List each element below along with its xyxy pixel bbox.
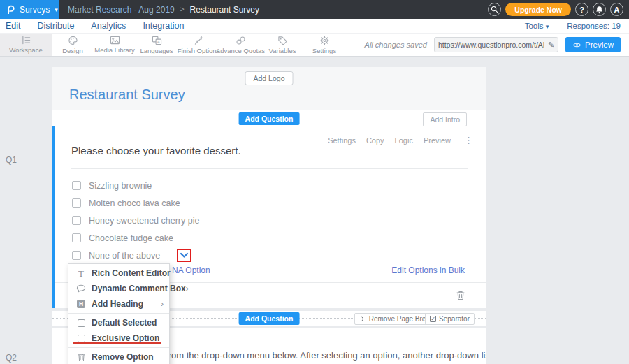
- palette-icon: [68, 36, 78, 45]
- edit-options-in-bulk-link[interactable]: Edit Options in Bulk: [391, 265, 465, 275]
- answer-option-row: Molten choco lava cake: [72, 194, 199, 212]
- comment-bubble-icon: [76, 284, 86, 293]
- product-label: Surveys: [20, 5, 50, 15]
- breadcrumb-current: Restaurant Survey: [190, 5, 259, 15]
- toolbar-item-design[interactable]: Design: [52, 34, 94, 56]
- account-avatar[interactable]: A: [610, 3, 623, 16]
- checkbox-icon: [78, 335, 85, 342]
- avatar-initial: A: [614, 6, 620, 14]
- add-question-button-top[interactable]: Add Question: [239, 112, 300, 125]
- toolbar-item-finish-options[interactable]: Finish Options: [178, 34, 219, 56]
- workspace-icon: [21, 36, 31, 45]
- q2-margin-label: Q2: [6, 353, 17, 363]
- add-question-button-bottom[interactable]: Add Question: [239, 312, 300, 325]
- question-text-divider: [71, 168, 468, 169]
- tab-integration[interactable]: Integration: [143, 21, 184, 31]
- delete-question-button[interactable]: [456, 291, 465, 303]
- toolbar-item-languages[interactable]: A Languages: [136, 34, 178, 56]
- answer-option-row: Honey sweetened cherry pie: [72, 212, 199, 229]
- question-preview-button[interactable]: Preview: [424, 136, 451, 145]
- option-label[interactable]: Chocolate fudge cake: [89, 233, 173, 243]
- checkbox[interactable]: [72, 198, 81, 208]
- add-na-option-link[interactable]: NA Option: [172, 265, 210, 275]
- nav-right-group: Tools ▾ Responses: 19: [525, 22, 629, 30]
- menu-divider: [68, 347, 169, 348]
- option-label[interactable]: None of the above: [89, 251, 160, 261]
- question-mark-icon: ?: [579, 6, 584, 14]
- menu-item-dynamic-comment-box[interactable]: Dynamic Comment Box ›: [68, 281, 169, 296]
- add-logo-button[interactable]: Add Logo: [245, 71, 294, 85]
- translate-icon: A: [152, 36, 162, 45]
- image-icon: [110, 36, 120, 45]
- toolbar-item-variables[interactable]: Variables: [261, 34, 303, 56]
- tag-icon: [277, 36, 288, 45]
- survey-url-input[interactable]: [438, 41, 544, 49]
- tab-distribute[interactable]: Distribute: [38, 21, 75, 31]
- option-label[interactable]: Sizzling brownie: [89, 181, 152, 191]
- app-window: Surveys ▾ Market Research - Aug 2019 > R…: [0, 0, 629, 364]
- menu-divider: [68, 313, 169, 314]
- checkbox-icon: [78, 319, 85, 327]
- help-button[interactable]: ?: [575, 3, 588, 16]
- menu-item-add-heading[interactable]: H Add Heading ›: [68, 296, 169, 312]
- trash-icon: [78, 353, 85, 362]
- caret-down-icon: ▾: [546, 23, 549, 30]
- option-label[interactable]: Honey sweetened cherry pie: [89, 216, 199, 226]
- add-intro-button[interactable]: Add Intro: [423, 112, 467, 126]
- annotation-red-box: [177, 249, 191, 262]
- option-context-menu: T Rich Content Editor Dynamic Comment Bo…: [68, 263, 170, 364]
- heading-icon: H: [77, 300, 85, 308]
- answer-option-row: Chocolate fudge cake: [72, 229, 199, 247]
- menu-item-rich-content-editor[interactable]: T Rich Content Editor: [68, 265, 169, 281]
- question-logic-button[interactable]: Logic: [395, 136, 413, 145]
- eye-icon: [572, 42, 581, 48]
- checkbox[interactable]: [72, 251, 81, 260]
- toolbar-item-advance-quotas[interactable]: Advance Quotas: [219, 34, 261, 56]
- separator-toggle-button[interactable]: ✓ Separator: [425, 313, 475, 325]
- responses-count[interactable]: Responses: 19: [567, 22, 621, 30]
- toolbar-item-workspace[interactable]: Workspace: [0, 34, 52, 56]
- chain-links-icon: [236, 36, 246, 45]
- text-editor-icon: T: [78, 269, 84, 278]
- trash-icon: [456, 291, 465, 300]
- edit-url-pencil-icon[interactable]: ✎: [548, 41, 554, 50]
- option-menu-chevron-icon[interactable]: [180, 252, 189, 259]
- bell-icon: [595, 6, 603, 14]
- toolbar-item-media-library[interactable]: Media Library: [94, 34, 136, 56]
- ribbon-right-group: All changes saved ✎ Preview: [365, 34, 629, 56]
- submenu-chevron-icon: ›: [161, 299, 164, 309]
- survey-header-section: Add Logo Restaurant Survey: [52, 67, 486, 110]
- checkbox[interactable]: [72, 181, 81, 190]
- tab-analytics[interactable]: Analytics: [91, 21, 126, 31]
- menu-item-default-selected[interactable]: Default Selected: [68, 315, 169, 330]
- question-settings-button[interactable]: Settings: [328, 136, 356, 145]
- tab-edit[interactable]: Edit: [6, 21, 21, 31]
- gear-icon: [319, 36, 330, 45]
- survey-title[interactable]: Restaurant Survey: [69, 87, 185, 103]
- checkbox[interactable]: [72, 216, 81, 225]
- save-status: All changes saved: [365, 41, 427, 49]
- menu-item-remove-option[interactable]: Remove Option: [68, 349, 169, 364]
- section-nav: Edit Distribute Analytics Integration To…: [0, 19, 629, 34]
- preview-button[interactable]: Preview: [565, 37, 621, 52]
- question-1-text[interactable]: Please choose your favorite dessert.: [71, 145, 241, 156]
- option-label[interactable]: Molten choco lava cake: [89, 198, 180, 208]
- search-button[interactable]: [488, 3, 501, 16]
- more-options-icon[interactable]: ⋮: [464, 135, 473, 145]
- surveys-product-menu[interactable]: Surveys ▾: [0, 0, 59, 19]
- notifications-button[interactable]: [593, 3, 606, 16]
- q1-margin-label: Q1: [6, 155, 17, 165]
- intro-strip: Add Question Add Intro: [52, 110, 486, 126]
- upgrade-now-button[interactable]: Upgrade Now: [505, 3, 571, 16]
- page-break-icon: [359, 316, 366, 322]
- survey-url-box: ✎: [434, 37, 558, 52]
- editor-toolbar: Workspace Design Media Library A Langua: [0, 34, 629, 57]
- breadcrumb-parent[interactable]: Market Research - Aug 2019: [68, 5, 175, 15]
- tools-menu[interactable]: Tools ▾: [525, 22, 549, 30]
- answer-option-row: None of the above: [72, 247, 199, 264]
- question-actions: Settings Copy Logic Preview ⋮: [328, 135, 473, 145]
- checkbox[interactable]: [72, 233, 81, 242]
- toolbar-item-settings[interactable]: Settings: [303, 34, 345, 56]
- question-copy-button[interactable]: Copy: [366, 136, 384, 145]
- questionpro-logo-icon: [6, 4, 15, 15]
